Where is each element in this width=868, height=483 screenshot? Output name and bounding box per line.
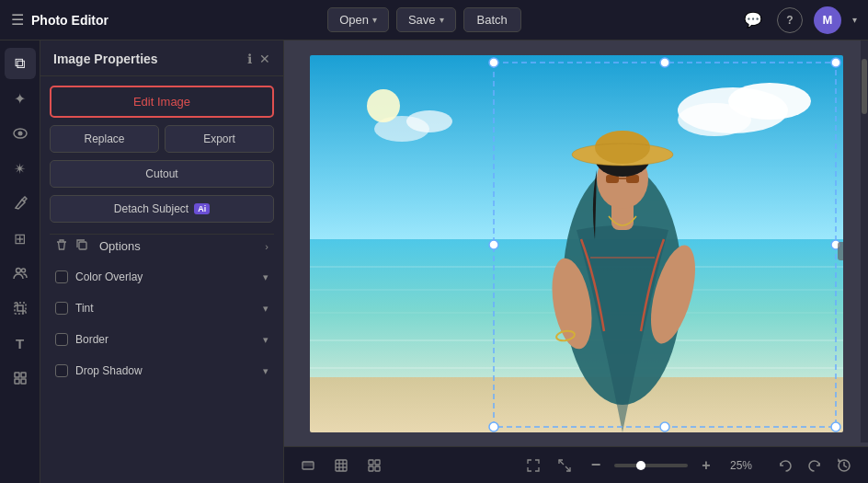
options-chevron-icon[interactable]: › [265,241,268,252]
svg-line-58 [559,460,564,465]
canvas-main[interactable] [284,40,868,446]
open-button[interactable]: Open ▾ [327,7,389,32]
ai-badge: Ai [194,203,210,214]
svg-rect-48 [303,462,314,466]
close-icon[interactable]: ✕ [259,52,270,66]
svg-rect-5 [15,373,19,377]
fit-icon[interactable] [520,453,546,478]
drop-shadow-chevron-icon[interactable]: ▾ [263,365,268,377]
zoom-value: 25% [725,459,758,472]
bottom-right-icons [772,453,857,478]
svg-rect-8 [21,379,26,384]
color-overlay-label: Color Overlay [75,270,256,283]
color-overlay-checkbox[interactable] [55,270,68,283]
drop-shadow-checkbox[interactable] [55,364,68,377]
canvas-area: − + 25% [284,40,868,483]
sidebar-title: Image Properties [53,52,158,66]
save-chevron-icon: ▾ [440,15,444,25]
undo-icon[interactable] [772,453,798,478]
cut-bottom-icon[interactable] [328,453,354,478]
svg-rect-57 [375,466,380,471]
grid-bottom-icon[interactable] [361,453,387,478]
svg-rect-55 [375,460,380,465]
svg-line-59 [565,466,570,471]
options-label: Options [99,239,265,253]
replace-button[interactable]: Replace [50,125,159,153]
svg-point-13 [678,103,751,136]
shrink-icon[interactable] [552,453,577,478]
sidebar-item-eye[interactable] [5,118,36,149]
svg-rect-9 [79,242,86,249]
vertical-scrollbar[interactable] [861,40,868,443]
main-area: ⧉ ✦ ✴ ⊞ [0,40,868,483]
duplicate-icon[interactable] [75,238,88,254]
sidebar-item-misc[interactable] [5,362,36,394]
zoom-out-icon[interactable]: − [583,453,609,478]
sidebar-item-layers[interactable]: ⧉ [5,48,36,79]
tint-checkbox[interactable] [55,302,68,315]
tint-label: Tint [75,302,256,315]
export-button[interactable]: Export [165,125,274,153]
border-chevron-icon[interactable]: ▾ [263,334,268,346]
sidebar-panel: Image Properties ℹ ✕ Edit Image Replace … [40,40,284,483]
zoom-in-icon[interactable]: + [693,453,719,478]
sidebar-item-paint[interactable] [5,188,36,219]
detach-subject-button[interactable]: Detach Subject Ai [50,195,274,223]
history-icon[interactable] [831,453,857,478]
info-icon[interactable]: ℹ [247,52,252,66]
topbar-left: ☰ Photo Editor [11,11,108,29]
sidebar-item-people[interactable] [5,258,36,289]
trash-icon[interactable] [55,238,68,254]
bottombar: − + 25% [284,446,868,483]
border-checkbox[interactable] [55,333,68,346]
border-label: Border [75,333,256,346]
chat-icon[interactable]: 💬 [740,7,766,33]
border-row[interactable]: Border ▾ [50,328,274,351]
menu-icon[interactable]: ☰ [11,11,24,29]
sidebar-item-grid[interactable]: ⊞ [5,223,36,254]
svg-point-1 [17,132,22,136]
sidebar-item-effects[interactable]: ✴ [5,153,36,184]
tint-row[interactable]: Tint ▾ [50,296,274,320]
cutout-button[interactable]: Cutout [50,160,274,188]
sidebar-header-icons: ℹ ✕ [247,52,270,66]
color-overlay-chevron-icon[interactable]: ▾ [263,271,268,283]
drop-shadow-label: Drop Shadow [75,364,256,377]
sidebar-item-text[interactable]: T [5,328,36,359]
svg-rect-7 [15,379,19,384]
svg-rect-56 [369,466,373,471]
color-overlay-row[interactable]: Color Overlay ▾ [50,265,274,289]
zoom-thumb[interactable] [636,461,645,470]
svg-rect-49 [336,460,347,471]
sidebar-body: Edit Image Replace Export Cutout Detach … [40,76,283,392]
zoom-controls: − + 25% [520,453,758,478]
avatar[interactable]: M [814,6,841,34]
sidebar-item-crop[interactable] [5,293,36,324]
svg-point-16 [367,89,400,122]
svg-point-3 [21,269,25,272]
drop-shadow-row[interactable]: Drop Shadow ▾ [50,359,274,383]
svg-point-15 [406,110,452,132]
tint-chevron-icon[interactable]: ▾ [263,303,268,315]
replace-export-row: Replace Export [50,125,274,153]
svg-point-34 [595,131,650,164]
svg-point-2 [16,269,20,273]
svg-rect-54 [369,460,373,465]
redo-icon[interactable] [802,453,828,478]
sidebar-item-elements[interactable]: ✦ [5,83,36,114]
edit-image-button[interactable]: Edit Image [50,86,274,118]
options-row: Options › [50,234,274,258]
topbar-center: Open ▾ Save ▾ Batch [116,7,733,32]
svg-rect-6 [21,373,26,377]
avatar-chevron-icon: ▾ [852,15,857,25]
save-button[interactable]: Save ▾ [396,7,456,32]
zoom-slider[interactable] [614,464,688,467]
open-chevron-icon: ▾ [372,15,377,25]
app-title: Photo Editor [31,13,108,28]
svg-rect-23 [310,377,843,432]
icon-bar: ⧉ ✦ ✴ ⊞ [0,40,40,483]
scrollbar-thumb[interactable] [862,59,867,114]
batch-button[interactable]: Batch [463,7,521,32]
layers-bottom-icon[interactable] [295,453,321,478]
help-icon[interactable]: ? [777,7,803,33]
